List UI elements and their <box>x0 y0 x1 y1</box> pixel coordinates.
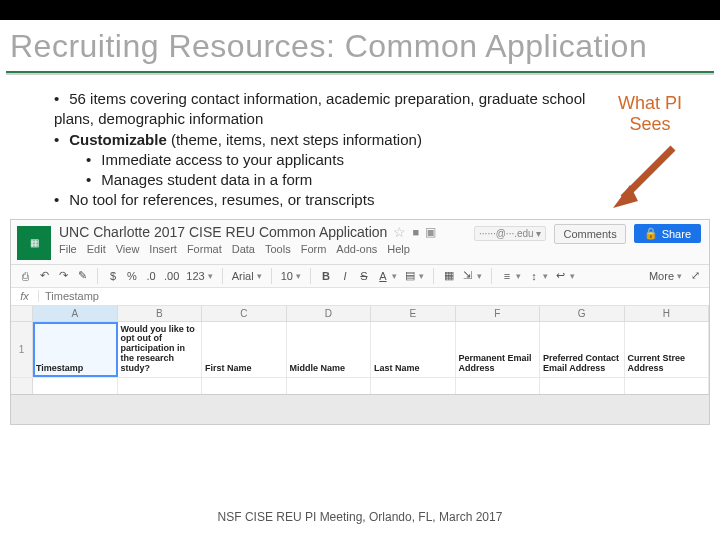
strike-button[interactable]: S <box>358 270 370 282</box>
dec2-button[interactable]: .00 <box>164 270 179 282</box>
col-C[interactable]: C <box>202 306 287 321</box>
cell-D1[interactable]: Middle Name <box>287 322 372 377</box>
gray-strip <box>10 395 710 425</box>
cell-C2[interactable] <box>202 378 287 394</box>
cell-G2[interactable] <box>540 378 625 394</box>
col-B[interactable]: B <box>118 306 203 321</box>
cell-C1[interactable]: First Name <box>202 322 287 377</box>
menu-form[interactable]: Form <box>301 243 327 255</box>
textcolor-button[interactable]: A <box>377 270 389 282</box>
fx-value[interactable]: Timestamp <box>39 290 99 302</box>
cell-H1[interactable]: Current Stree Address <box>625 322 710 377</box>
body-row: 56 items covering contact information, a… <box>0 75 720 211</box>
row-num-1[interactable]: 1 <box>11 322 33 377</box>
fontsize-select[interactable]: 10 <box>281 270 293 282</box>
fill-icon[interactable]: ▤ <box>404 269 416 282</box>
valign-icon[interactable]: ↕ <box>528 270 540 282</box>
bold-button[interactable]: B <box>320 270 332 282</box>
font-select[interactable]: Arial <box>232 270 254 282</box>
col-D[interactable]: D <box>287 306 372 321</box>
col-F[interactable]: F <box>456 306 541 321</box>
menu-edit[interactable]: Edit <box>87 243 106 255</box>
redo-icon[interactable]: ↷ <box>57 269 69 282</box>
chevron-down-icon[interactable]: ▾ <box>570 271 575 281</box>
bullet-2a: Immediate access to your applicants <box>50 150 600 170</box>
undo-icon[interactable]: ↶ <box>38 269 50 282</box>
merge-icon[interactable]: ⇲ <box>462 269 474 282</box>
fx-label: fx <box>11 290 39 302</box>
folder-icon[interactable]: ▣ <box>425 225 436 239</box>
cell-D2[interactable] <box>287 378 372 394</box>
menu-addons[interactable]: Add-ons <box>336 243 377 255</box>
menu-help[interactable]: Help <box>387 243 410 255</box>
side-label: What PI Sees <box>600 89 700 211</box>
slide-title: Recruiting Resources: Common Application <box>10 28 710 65</box>
sheets-logo-icon[interactable]: ▦ <box>17 226 51 260</box>
cell-A1[interactable]: Timestamp <box>33 322 118 377</box>
cell-B1[interactable]: Would you like to opt out of participati… <box>118 322 203 377</box>
italic-button[interactable]: I <box>339 270 351 282</box>
chevron-down-icon[interactable]: ▾ <box>516 271 521 281</box>
chevron-down-icon[interactable]: ▾ <box>257 271 262 281</box>
paint-icon[interactable]: ✎ <box>76 269 88 282</box>
bullet-list: 56 items covering contact information, a… <box>50 89 600 211</box>
num-format-button[interactable]: 123 <box>186 270 204 282</box>
more-button[interactable]: More <box>649 270 674 282</box>
side-label-line1: What PI <box>600 93 700 114</box>
cell-G1[interactable]: Preferred Contact Email Address <box>540 322 625 377</box>
row-num-2[interactable] <box>11 378 33 394</box>
bullet-2b: Manages student data in a form <box>50 170 600 190</box>
lock-icon: 🔒 <box>644 227 658 240</box>
menu-data[interactable]: Data <box>232 243 255 255</box>
comments-button[interactable]: Comments <box>554 224 625 244</box>
chevron-down-icon[interactable]: ▾ <box>296 271 301 281</box>
menu-insert[interactable]: Insert <box>149 243 177 255</box>
menu-view[interactable]: View <box>116 243 140 255</box>
expand-icon[interactable]: ⤢ <box>689 269 701 282</box>
currency-button[interactable]: $ <box>107 270 119 282</box>
chevron-down-icon[interactable]: ▾ <box>477 271 482 281</box>
col-A[interactable]: A <box>33 306 118 321</box>
chevron-down-icon[interactable]: ▾ <box>677 271 682 281</box>
menu-tools[interactable]: Tools <box>265 243 291 255</box>
borders-icon[interactable]: ▦ <box>443 269 455 282</box>
column-heads: A B C D E F G H <box>11 306 709 322</box>
bullet-3: No tool for references, resumes, or tran… <box>50 190 600 210</box>
cell-E1[interactable]: Last Name <box>371 322 456 377</box>
bullet-2-bold: Customizable <box>69 131 167 148</box>
location-chip[interactable]: ■ <box>412 226 419 238</box>
chevron-down-icon[interactable]: ▾ <box>419 271 424 281</box>
col-H[interactable]: H <box>625 306 710 321</box>
print-icon[interactable]: ⎙ <box>19 270 31 282</box>
share-button[interactable]: 🔒Share <box>634 224 701 243</box>
toolbar: ⎙ ↶ ↷ ✎ $ % .0 .00 123▾ Arial▾ 10▾ B I S… <box>11 265 709 288</box>
bullet-2-rest: (theme, items, next steps information) <box>167 131 422 148</box>
star-icon[interactable]: ☆ <box>393 224 406 240</box>
cell-E2[interactable] <box>371 378 456 394</box>
cell-H2[interactable] <box>625 378 710 394</box>
sheets-header: ▦ UNC Charlotte 2017 CISE REU Common App… <box>11 220 709 265</box>
chevron-down-icon[interactable]: ▾ <box>392 271 397 281</box>
cell-A2[interactable] <box>33 378 118 394</box>
share-label: Share <box>662 228 691 240</box>
wrap-icon[interactable]: ↩ <box>555 269 567 282</box>
title-area: Recruiting Resources: Common Application <box>0 20 720 71</box>
chevron-down-icon[interactable]: ▾ <box>543 271 548 281</box>
halign-icon[interactable]: ≡ <box>501 270 513 282</box>
percent-button[interactable]: % <box>126 270 138 282</box>
doc-title[interactable]: UNC Charlotte 2017 CISE REU Common Appli… <box>59 224 387 240</box>
header-row: 1 Timestamp Would you like to opt out of… <box>11 322 709 378</box>
menu-bar: File Edit View Insert Format Data Tools … <box>59 243 474 255</box>
cell-F2[interactable] <box>456 378 541 394</box>
menu-file[interactable]: File <box>59 243 77 255</box>
spreadsheet-grid: A B C D E F G H 1 Timestamp Would you li… <box>11 306 709 394</box>
cell-F1[interactable]: Permanent Email Address <box>456 322 541 377</box>
arrow-icon <box>608 143 688 213</box>
dec1-button[interactable]: .0 <box>145 270 157 282</box>
chevron-down-icon[interactable]: ▾ <box>208 271 213 281</box>
account-chip[interactable]: ······@···.edu ▾ <box>474 226 546 241</box>
col-E[interactable]: E <box>371 306 456 321</box>
col-G[interactable]: G <box>540 306 625 321</box>
cell-B2[interactable] <box>118 378 203 394</box>
menu-format[interactable]: Format <box>187 243 222 255</box>
